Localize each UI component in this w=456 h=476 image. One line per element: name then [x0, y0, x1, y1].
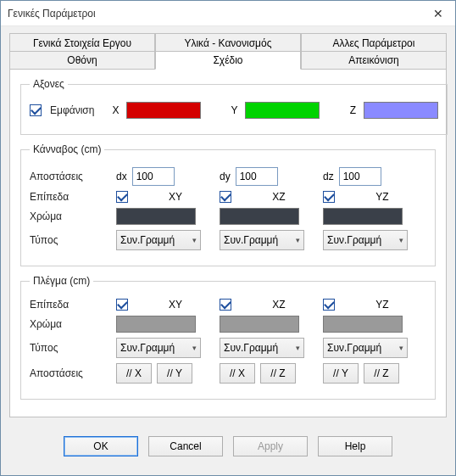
- axis-z-label: Z: [347, 104, 359, 116]
- group-grid: Κάνναβος (cm) Αποστάσεις dx dy dz: [20, 143, 436, 266]
- tab-screen[interactable]: Οθόνη: [9, 51, 155, 70]
- cancel-button[interactable]: Cancel: [148, 436, 223, 456]
- axis-y-label: Y: [228, 104, 240, 116]
- dialog-footer: OK Cancel Apply Help: [9, 426, 447, 468]
- mesh-type-xy-select[interactable]: Συν.Γραμμή▾: [116, 338, 201, 358]
- grid-plane-xz-checkbox[interactable]: [220, 191, 231, 203]
- axis-x-label: X: [109, 104, 121, 116]
- grid-color-xy[interactable]: [116, 208, 196, 225]
- apply-button[interactable]: Apply: [233, 436, 308, 456]
- axis-z-color[interactable]: [364, 102, 438, 119]
- grid-distances-label: Αποστάσεις: [30, 171, 111, 182]
- grid-type-xy-select[interactable]: Συν.Γραμμή▾: [116, 230, 201, 250]
- mesh-color-xy[interactable]: [116, 316, 196, 333]
- chevron-down-icon: ▾: [296, 236, 300, 244]
- chevron-down-icon: ▾: [399, 236, 403, 244]
- grid-planes-label: Επίπεδα: [30, 191, 111, 203]
- mesh-color-xz[interactable]: [220, 316, 299, 333]
- mesh-plane-yz-checkbox[interactable]: [323, 299, 335, 311]
- tab-other-params[interactable]: Αλλες Παράμετροι: [301, 33, 447, 52]
- mesh-plane-xz-label: XZ: [240, 299, 318, 311]
- titlebar: Γενικές Παράμετροι ✕: [1, 1, 455, 26]
- chevron-down-icon: ▾: [399, 344, 403, 352]
- grid-dy-input[interactable]: [236, 167, 278, 186]
- grid-plane-xy-checkbox[interactable]: [116, 191, 128, 203]
- grid-plane-yz-checkbox[interactable]: [323, 191, 335, 203]
- group-grid-legend: Κάνναβος (cm): [30, 143, 104, 155]
- grid-dz-label: dz: [323, 171, 334, 182]
- chevron-down-icon: ▾: [296, 344, 300, 352]
- chevron-down-icon: ▾: [192, 236, 197, 244]
- grid-dx-label: dx: [116, 171, 127, 182]
- tab-general-project[interactable]: Γενικά Στοιχεία Εργου: [9, 33, 155, 52]
- mesh-dist-btn-2-0[interactable]: // Y: [323, 363, 359, 384]
- panel-drawing: Αξονες Εμφάνιση X Y Z Κάνναβος (cm): [9, 70, 447, 417]
- mesh-plane-xy-label: XY: [136, 299, 214, 311]
- grid-color-label: Χρώμα: [30, 210, 111, 222]
- mesh-dist-btn-2-1[interactable]: // Z: [364, 363, 399, 384]
- ok-button[interactable]: OK: [64, 436, 138, 456]
- window-title: Γενικές Παράμετροι: [8, 8, 96, 20]
- mesh-dist-btn-1-1[interactable]: // Z: [260, 363, 296, 384]
- grid-plane-yz-label: YZ: [343, 191, 421, 203]
- grid-plane-xy-label: XY: [136, 191, 214, 203]
- mesh-dist-btn-0-0[interactable]: // X: [116, 363, 152, 384]
- group-mesh-legend: Πλέγμα (cm): [30, 275, 93, 287]
- grid-dz-input[interactable]: [339, 167, 381, 186]
- mesh-color-label: Χρώμα: [30, 318, 111, 330]
- help-button[interactable]: Help: [318, 436, 392, 456]
- grid-plane-xz-label: XZ: [240, 191, 318, 203]
- mesh-plane-xz-checkbox[interactable]: [220, 299, 231, 311]
- chevron-down-icon: ▾: [192, 344, 197, 352]
- mesh-distances-label: Αποστάσεις: [30, 367, 111, 379]
- axes-show-checkbox[interactable]: [30, 104, 42, 116]
- axes-show-label: Εμφάνιση: [50, 104, 94, 116]
- content-area: Γενικά Στοιχεία Εργου Υλικά - Κανονισμός…: [1, 26, 455, 475]
- grid-dx-input[interactable]: [132, 167, 175, 186]
- dialog-window: Γενικές Παράμετροι ✕ Γενικά Στοιχεία Εργ…: [0, 0, 456, 476]
- tab-materials-code[interactable]: Υλικά - Κανονισμός: [155, 33, 301, 52]
- mesh-dist-btn-1-0[interactable]: // X: [220, 363, 255, 384]
- tab-rendering[interactable]: Απεικόνιση: [301, 51, 447, 70]
- grid-color-xz[interactable]: [220, 208, 299, 225]
- mesh-dist-btn-0-1[interactable]: // Y: [157, 363, 192, 384]
- close-button[interactable]: ✕: [421, 1, 455, 26]
- grid-type-xz-select[interactable]: Συν.Γραμμή▾: [220, 230, 304, 250]
- axis-x-color[interactable]: [126, 102, 201, 119]
- axis-y-color[interactable]: [245, 102, 320, 119]
- mesh-type-xz-select[interactable]: Συν.Γραμμή▾: [220, 338, 304, 358]
- tab-strip: Γενικά Στοιχεία Εργου Υλικά - Κανονισμός…: [9, 33, 447, 70]
- mesh-planes-label: Επίπεδα: [30, 299, 111, 311]
- mesh-type-label: Τύπος: [30, 342, 111, 354]
- grid-dy-label: dy: [220, 171, 231, 182]
- mesh-plane-xy-checkbox[interactable]: [116, 299, 128, 311]
- mesh-type-yz-select[interactable]: Συν.Γραμμή▾: [323, 338, 408, 358]
- grid-color-yz[interactable]: [323, 208, 403, 225]
- group-axes: Αξονες Εμφάνιση X Y Z: [20, 78, 448, 135]
- group-axes-legend: Αξονες: [30, 78, 68, 90]
- group-mesh: Πλέγμα (cm) Επίπεδα XY XZ YZ Χρώμα Τύπος…: [20, 275, 436, 400]
- mesh-plane-yz-label: YZ: [343, 299, 421, 311]
- grid-type-label: Τύπος: [30, 234, 111, 246]
- mesh-color-yz[interactable]: [323, 316, 403, 333]
- grid-type-yz-select[interactable]: Συν.Γραμμή▾: [323, 230, 408, 250]
- tab-drawing[interactable]: Σχέδιο: [155, 51, 301, 70]
